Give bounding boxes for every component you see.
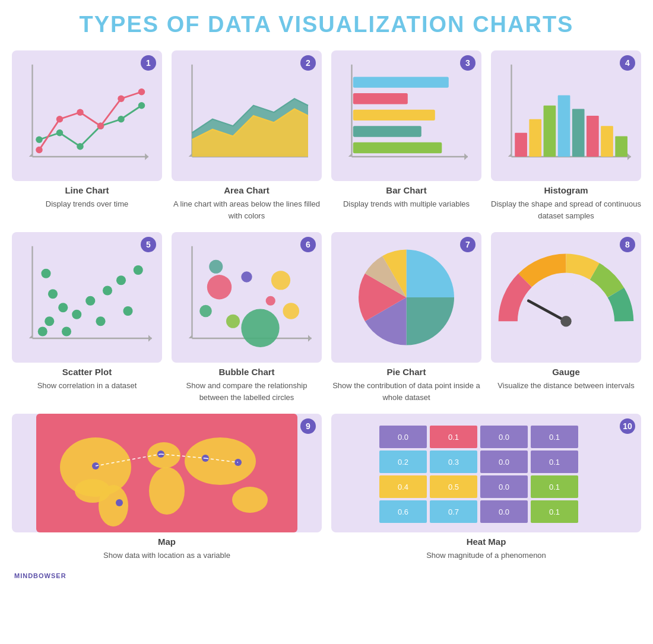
chart-box-scatter: 5: [12, 232, 162, 363]
svg-text:0.1: 0.1: [549, 433, 560, 442]
chart-desc-1: Display trends over time: [46, 198, 128, 210]
svg-point-74: [560, 316, 571, 326]
chart-cell-6: 6 Bubble Chart Show and compare the rela…: [172, 232, 322, 403]
chart-desc-10: Show magnitude of a phenomenon: [426, 550, 546, 561]
svg-marker-34: [627, 153, 631, 160]
svg-text:0.3: 0.3: [448, 458, 459, 467]
svg-point-53: [116, 275, 126, 285]
svg-point-80: [149, 467, 185, 515]
svg-point-55: [96, 316, 105, 326]
chart-label-7: Pie Chart: [387, 367, 426, 377]
svg-marker-46: [148, 335, 152, 342]
svg-point-15: [138, 88, 145, 96]
chart-label-1: Line Chart: [65, 185, 109, 195]
svg-point-72: [209, 260, 223, 274]
bar-chart-svg: [331, 50, 481, 181]
svg-point-78: [99, 485, 128, 526]
svg-rect-36: [529, 119, 541, 157]
svg-marker-25: [464, 153, 468, 160]
area-chart-svg: [172, 50, 322, 181]
svg-text:0.0: 0.0: [398, 433, 408, 442]
chart-desc-2: A line chart with areas below the lines …: [172, 198, 322, 221]
chart-cell-8: 8: [491, 232, 641, 403]
chart-label-8: Gauge: [552, 367, 580, 377]
chart-label-4: Histogram: [544, 185, 588, 195]
chart-box-bubble: 6: [172, 232, 322, 363]
svg-text:0.0: 0.0: [499, 458, 509, 467]
brand-logo: MINDBOWSER: [12, 570, 641, 580]
chart-number-3: 3: [460, 55, 476, 71]
svg-point-64: [207, 275, 232, 299]
svg-rect-30: [353, 142, 442, 153]
svg-text:0.0: 0.0: [499, 507, 509, 516]
chart-cell-7: 7 Pie Cha: [331, 232, 481, 403]
histogram-svg: [491, 50, 641, 181]
svg-point-70: [199, 305, 212, 318]
chart-number-1: 1: [141, 55, 156, 71]
svg-text:0.7: 0.7: [448, 507, 459, 516]
svg-point-82: [232, 487, 268, 513]
svg-point-13: [97, 123, 104, 130]
chart-cell-1: 1: [12, 50, 162, 221]
gauge-svg: [491, 232, 641, 363]
title-highlight: CHARTS: [473, 12, 573, 37]
svg-rect-29: [353, 126, 421, 137]
chart-desc-3: Display trends with multiple variables: [343, 198, 470, 210]
chart-box-pie: 7: [331, 232, 481, 363]
svg-point-5: [56, 129, 64, 137]
chart-grid: 1: [12, 50, 641, 403]
svg-point-54: [62, 326, 71, 336]
svg-text:0.0: 0.0: [499, 483, 509, 491]
page-title: TYPES OF DATA VISUALIZATION CHARTS: [12, 12, 641, 37]
heatmap-svg: 0.0 0.1 0.0 0.1 0.2 0.3 0.0 0.1 0.4: [331, 414, 641, 532]
chart-desc-8: Visualize the distance between intervals: [497, 380, 634, 392]
chart-box-gauge: 8: [491, 232, 641, 363]
svg-point-57: [41, 269, 50, 278]
svg-point-12: [77, 109, 84, 116]
brand-text: MINDBOWSER: [14, 572, 66, 579]
svg-point-51: [48, 289, 58, 299]
chart-box-area: 2: [172, 50, 322, 181]
svg-rect-38: [558, 96, 570, 157]
svg-rect-39: [572, 109, 585, 157]
svg-marker-63: [308, 335, 312, 342]
svg-point-14: [118, 96, 125, 103]
chart-desc-4: Display the shape and spread of continuo…: [491, 198, 641, 221]
svg-rect-28: [353, 110, 435, 120]
svg-text:0.5: 0.5: [448, 483, 459, 491]
svg-point-65: [241, 309, 279, 347]
title-main: TYPES OF DATA VISUALIZATION: [80, 12, 473, 37]
chart-label-2: Area Chart: [224, 185, 270, 195]
svg-text:0.1: 0.1: [549, 458, 560, 467]
svg-point-49: [72, 310, 81, 319]
chart-cell-10: 10 0.0 0.1 0.0 0.1 0.2 0.3 0.0: [331, 414, 641, 561]
svg-point-81: [185, 437, 256, 485]
svg-rect-26: [353, 77, 449, 87]
map-svg: [12, 414, 322, 532]
svg-rect-35: [515, 133, 527, 157]
scatter-svg: [12, 232, 162, 363]
svg-point-11: [56, 116, 64, 123]
svg-point-66: [226, 315, 240, 328]
svg-point-50: [85, 296, 95, 306]
svg-text:0.0: 0.0: [499, 433, 509, 442]
svg-text:0.1: 0.1: [549, 483, 560, 491]
chart-number-9: 9: [300, 418, 316, 434]
svg-rect-27: [353, 93, 408, 104]
svg-text:0.1: 0.1: [549, 507, 560, 516]
svg-point-67: [271, 271, 290, 290]
svg-text:0.4: 0.4: [398, 483, 408, 491]
chart-cell-4: 4 Histogram Display the shape and spread…: [491, 50, 641, 221]
chart-cell-2: 2 Area Chart A line chart with areas bel…: [172, 50, 322, 221]
chart-number-8: 8: [620, 237, 635, 252]
chart-desc-6: Show and compare the relationship betwee…: [172, 380, 322, 403]
chart-number-5: 5: [141, 237, 156, 252]
line-chart-svg: [12, 50, 162, 181]
svg-point-68: [241, 271, 252, 282]
chart-box-bar: 3: [331, 50, 481, 181]
chart-box-map: 9: [12, 414, 322, 532]
chart-box-heatmap: 10 0.0 0.1 0.0 0.1 0.2 0.3 0.0: [331, 414, 641, 532]
svg-point-6: [77, 143, 84, 150]
chart-number-7: 7: [460, 237, 476, 252]
svg-rect-42: [615, 137, 627, 157]
